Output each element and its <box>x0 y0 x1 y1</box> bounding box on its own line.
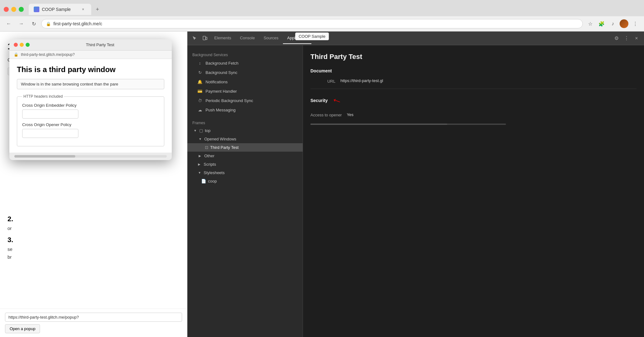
panel-title: Third Party Test <box>310 53 637 61</box>
sidebar-item-bg-sync-label: Background Sync <box>206 70 237 75</box>
window-controls <box>4 7 24 12</box>
tree-third-party-test[interactable]: ⊡ Third Party Test <box>187 143 303 152</box>
tab-close-btn[interactable]: × <box>80 6 86 12</box>
webpage-footer: https://third-party-test.glitch.me/popup… <box>0 309 187 337</box>
tree-other[interactable]: ▶ Other <box>187 152 303 160</box>
tree-top-arrow: ▼ <box>194 129 197 132</box>
sidebar-item-notifications-label: Notifications <box>206 80 228 84</box>
step3-number: 3. <box>7 236 180 244</box>
forward-btn[interactable]: → <box>16 19 26 29</box>
nav-bar: ← → ↻ 🔒 first-party-test.glitch.me/c COO… <box>0 16 644 31</box>
tab-bar: COOP Sample × + <box>0 0 644 16</box>
menu-btn[interactable]: ⋮ <box>630 19 640 29</box>
devtools-settings-btn[interactable]: ⚙ <box>612 33 622 43</box>
address-tooltip: COOP Sample <box>295 32 329 40</box>
reload-btn[interactable]: ↻ <box>29 19 39 29</box>
tree-top-label: top <box>205 128 211 133</box>
security-section-title: Security <box>310 98 328 103</box>
popup-url-bar: 🔒 third-party-test.glitch.me/popup? <box>9 51 172 59</box>
popup-max-btn[interactable] <box>26 43 30 47</box>
sidebar-item-notifications[interactable]: 🔔 Notifications <box>187 77 303 86</box>
payment-icon: 💳 <box>197 89 202 94</box>
media-btn[interactable]: ♪ <box>608 19 618 29</box>
tree-third-party-icon: ⊡ <box>205 145 208 150</box>
sidebar-item-periodic-sync-label: Periodic Background Sync <box>206 98 253 103</box>
sidebar-item-bg-fetch[interactable]: ↕ Background Fetch <box>187 58 303 68</box>
devtools-main-panel: Third Party Test Document URL https://th… <box>303 45 644 337</box>
tab-title: COOP Sample <box>42 7 71 12</box>
sidebar-item-bg-fetch-label: Background Fetch <box>206 61 239 66</box>
devtools-tab-elements[interactable]: Elements <box>210 32 235 44</box>
frames-title: Frames <box>187 118 303 126</box>
tree-other-arrow: ▶ <box>199 154 202 158</box>
open-popup-btn[interactable]: Open a popup <box>5 324 40 333</box>
step2-number: 2. <box>7 215 180 223</box>
devtools-more-btn[interactable]: ⋮ <box>622 33 632 43</box>
popup-info-box: Window is in the same browsing context t… <box>17 79 164 89</box>
popup-heading: This is a third party window <box>17 65 164 74</box>
popup-min-btn[interactable] <box>20 43 24 47</box>
popup-legend: HTTP headers included <box>22 94 64 99</box>
extension-btn[interactable]: 🧩 <box>597 19 607 29</box>
tree-opened-windows[interactable]: ▼ Opened Windows <box>187 135 303 143</box>
tree-scripts[interactable]: ▶ Scripts <box>187 160 303 168</box>
svg-rect-1 <box>206 37 207 40</box>
browser-tab[interactable]: COOP Sample × <box>29 4 91 15</box>
url-label: URL <box>310 78 335 84</box>
devtools-toolbar: Elements Console Sources Application » ⚙… <box>187 32 644 45</box>
popup-lock-icon: 🔒 <box>14 52 18 57</box>
webpage: 1. Load this page with a COOP he Cro htt… <box>0 32 187 337</box>
nav-actions: ☆ 🧩 ♪ ⋮ <box>585 19 640 29</box>
progress-fill <box>310 124 447 125</box>
popup-content: This is a third party window Window is i… <box>9 59 172 153</box>
new-tab-btn[interactable]: + <box>92 4 102 14</box>
devtools-tab-console[interactable]: Console <box>235 32 259 44</box>
sidebar-item-periodic-sync[interactable]: ⏱ Periodic Background Sync <box>187 96 303 105</box>
step2-text: or <box>7 226 180 231</box>
tree-top[interactable]: ▼ ▢ top <box>187 126 303 135</box>
popup-close-btn[interactable] <box>14 43 18 47</box>
popup-titlebar: Third Party Test <box>9 39 172 51</box>
field1-input[interactable] <box>22 110 78 119</box>
user-avatar <box>620 19 628 28</box>
devtools-inspect-btn[interactable] <box>190 33 200 43</box>
star-btn[interactable]: ☆ <box>585 19 595 29</box>
window-maximize-btn[interactable] <box>19 7 24 12</box>
devtools-close-btn[interactable]: × <box>632 33 642 43</box>
address-bar[interactable]: 🔒 first-party-test.glitch.me/c COOP Samp… <box>41 19 583 28</box>
inspect-icon <box>192 36 197 41</box>
avatar[interactable] <box>619 19 629 29</box>
sidebar-item-payment[interactable]: 💳 Payment Handler <box>187 86 303 96</box>
window-close-btn[interactable] <box>4 7 9 12</box>
tree-other-label: Other <box>204 154 215 158</box>
window-minimize-btn[interactable] <box>11 7 16 12</box>
access-value: Yes <box>347 112 637 117</box>
devtools-device-btn[interactable] <box>200 33 210 43</box>
devtools: Elements Console Sources Application » ⚙… <box>187 32 644 337</box>
security-section: Security ← Access to opener Yes <box>310 94 637 117</box>
popup-controls <box>14 43 30 47</box>
access-label: Access to opener <box>310 112 342 117</box>
popup-window: Third Party Test 🔒 third-party-test.glit… <box>9 39 172 160</box>
sidebar-item-payment-label: Payment Handler <box>206 89 237 94</box>
back-btn[interactable]: ← <box>4 19 14 29</box>
tree-stylesheets[interactable]: ▼ Stylesheets <box>187 168 303 177</box>
devtools-tab-sources[interactable]: Sources <box>259 32 283 44</box>
tree-opened-windows-label: Opened Windows <box>204 137 236 141</box>
bg-fetch-icon: ↕ <box>197 61 202 66</box>
sidebar-item-bg-sync[interactable]: ↻ Background Sync <box>187 68 303 77</box>
popup-scrollbar-thumb <box>14 155 75 158</box>
url-bar-bottom: https://third-party-test.glitch.me/popup… <box>5 313 182 322</box>
tree-stylesheets-label: Stylesheets <box>204 170 225 175</box>
tree-scripts-arrow: ▶ <box>198 163 202 166</box>
sidebar-item-push-label: Push Messaging <box>206 108 235 112</box>
tree-coop-icon: 📄 <box>201 179 206 183</box>
popup-scrollbar[interactable] <box>14 155 167 158</box>
progress-bar <box>310 124 506 125</box>
sidebar-item-push[interactable]: ☁ Push Messaging <box>187 105 303 115</box>
bg-sync-icon: ↻ <box>197 70 202 75</box>
tree-coop[interactable]: 📄 coop <box>187 177 303 185</box>
step3b-text: br <box>7 254 180 260</box>
field2-input[interactable] <box>22 129 78 138</box>
browser-chrome: COOP Sample × + ← → ↻ 🔒 first-party-test… <box>0 0 644 32</box>
